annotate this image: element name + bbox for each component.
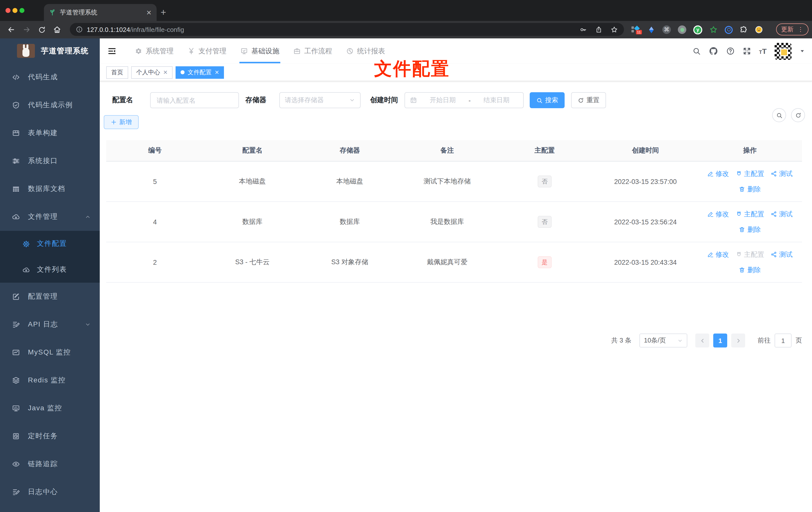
sidebar-item-redis-monitor[interactable]: Redis 监控 xyxy=(0,366,100,394)
table-search-toggle-button[interactable] xyxy=(772,108,786,122)
sidebar-item-label: 文件列表 xyxy=(37,265,67,274)
collapse-sidebar-icon[interactable] xyxy=(108,47,116,55)
forward-icon[interactable] xyxy=(23,25,31,34)
page-number-1[interactable]: 1 xyxy=(713,333,727,348)
search-button[interactable]: 搜索 xyxy=(530,92,564,108)
sidebar-item-scheduled-task[interactable]: 定时任务 xyxy=(0,422,100,450)
set-primary-button[interactable]: 主配置 xyxy=(735,210,764,219)
close-icon[interactable]: ✕ xyxy=(214,69,219,76)
edit-button[interactable]: 修改 xyxy=(707,250,729,259)
nav-item-system[interactable]: 系统管理 xyxy=(128,38,180,64)
browser-menu-dots-icon[interactable]: ⋮ xyxy=(798,26,804,33)
cell-storage: S3 对象存储 xyxy=(301,242,399,282)
tag-home[interactable]: 首页 xyxy=(106,66,128,79)
address-bar[interactable]: 127.0.0.1:1024/infra/file/file-config xyxy=(70,23,624,36)
sidebar-item-label: Redis 监控 xyxy=(28,376,66,385)
col-header-actions: 操作 xyxy=(698,140,802,161)
page-size-select[interactable]: 10条/页 xyxy=(639,333,687,348)
sidebar-item-db-doc[interactable]: 数据库文档 xyxy=(0,175,100,203)
sidebar-item-file-list[interactable]: 文件列表 xyxy=(0,257,100,283)
search-icon[interactable] xyxy=(692,47,700,55)
test-button[interactable]: 测试 xyxy=(771,210,792,219)
reset-button[interactable]: 重置 xyxy=(571,92,606,108)
sidebar-item-config-manage[interactable]: 配置管理 xyxy=(0,283,100,310)
calendar-icon xyxy=(410,97,417,104)
back-icon[interactable] xyxy=(7,25,16,34)
extension-y-icon[interactable]: y xyxy=(693,25,702,34)
extension-recorder-icon[interactable] xyxy=(678,25,686,34)
close-icon[interactable]: ✕ xyxy=(163,69,168,76)
date-start-placeholder[interactable]: 开始日期 xyxy=(421,96,465,105)
sidebar-item-log-center[interactable]: 日志中心 xyxy=(0,478,100,506)
caret-down-icon[interactable] xyxy=(800,48,805,54)
extension-emoji-icon[interactable] xyxy=(755,25,763,34)
cell-remark: 戴佩妮真可爱 xyxy=(399,242,496,282)
sidebar-item-trace[interactable]: 链路追踪 xyxy=(0,450,100,478)
sidebar-item-api-log[interactable]: API 日志 xyxy=(0,310,100,338)
window-close-button[interactable] xyxy=(5,8,10,13)
window-zoom-button[interactable] xyxy=(20,8,24,13)
reload-icon[interactable] xyxy=(38,26,46,34)
reset-button-label: 重置 xyxy=(586,96,600,105)
sidebar-item-code-demo[interactable]: 代码生成示例 xyxy=(0,91,100,119)
extension-kite-icon[interactable] xyxy=(647,26,656,34)
chevron-up-icon xyxy=(85,214,91,220)
password-key-icon[interactable] xyxy=(580,26,587,33)
nav-item-payment[interactable]: 支付管理 xyxy=(180,38,233,64)
fullscreen-icon[interactable] xyxy=(743,47,751,55)
storage-select[interactable]: 请选择存储器 xyxy=(279,92,360,108)
site-info-icon[interactable] xyxy=(76,26,83,33)
config-name-input[interactable] xyxy=(150,92,239,108)
share-icon[interactable] xyxy=(595,26,603,33)
goto-page-input[interactable] xyxy=(775,333,791,348)
new-tab-button[interactable]: + xyxy=(161,6,166,19)
home-icon[interactable] xyxy=(53,25,61,34)
extension-star-icon[interactable] xyxy=(709,25,718,34)
date-range-picker[interactable]: 开始日期 - 结束日期 xyxy=(405,92,524,108)
bookmark-star-icon[interactable] xyxy=(610,26,618,33)
github-icon[interactable] xyxy=(708,47,718,56)
sidebar-item-java-monitor[interactable]: Java 监控 xyxy=(0,394,100,422)
share-nodes-icon xyxy=(771,171,777,177)
help-icon[interactable] xyxy=(726,47,734,55)
test-button[interactable]: 测试 xyxy=(771,169,792,178)
edit-button[interactable]: 修改 xyxy=(707,210,729,219)
tab-title: 芋道管理系统 xyxy=(60,8,146,17)
sidebar-item-label: MySQL 监控 xyxy=(28,348,71,357)
edit-button[interactable]: 修改 xyxy=(707,169,729,178)
tab-close-icon[interactable]: ✕ xyxy=(146,9,152,16)
delete-button[interactable]: 删除 xyxy=(739,266,761,274)
delete-button[interactable]: 删除 xyxy=(739,185,761,194)
nav-item-infra[interactable]: 基础设施 xyxy=(233,38,286,64)
primary-status-badge: 否 xyxy=(538,176,552,187)
delete-button[interactable]: 删除 xyxy=(739,225,761,234)
set-primary-button[interactable]: 主配置 xyxy=(735,169,764,178)
test-button[interactable]: 测试 xyxy=(771,250,792,259)
extension-command-icon[interactable]: ⌘ xyxy=(662,25,671,34)
font-size-icon[interactable]: TT xyxy=(759,47,766,55)
sidebar-item-label: 文件管理 xyxy=(28,212,58,221)
sidebar-item-form-builder[interactable]: 表单构建 xyxy=(0,119,100,147)
table-refresh-button[interactable] xyxy=(791,108,805,122)
prev-page-button[interactable] xyxy=(695,333,709,348)
sidebar-item-file-config[interactable]: 文件配置 xyxy=(0,231,100,257)
extension-pin-icon[interactable]: 11 xyxy=(632,25,640,34)
window-minimize-button[interactable] xyxy=(12,8,18,13)
tag-file-config[interactable]: 文件配置✕ xyxy=(176,66,224,79)
sidebar-item-file-manage[interactable]: 文件管理 xyxy=(0,203,100,231)
sidebar-item-mysql-monitor[interactable]: MySQL 监控 xyxy=(0,338,100,366)
add-button[interactable]: 新增 xyxy=(104,115,139,129)
extension-eye-icon[interactable] xyxy=(725,26,733,34)
sidebar-item-code-gen[interactable]: 代码生成 xyxy=(0,63,100,91)
tag-profile[interactable]: 个人中心✕ xyxy=(131,66,173,79)
app-logo[interactable]: 芋道管理系统 xyxy=(0,38,100,63)
extensions-puzzle-icon[interactable] xyxy=(740,26,748,34)
browser-tab[interactable]: 芋道管理系统 ✕ xyxy=(44,4,156,21)
user-avatar[interactable] xyxy=(775,42,791,60)
date-end-placeholder[interactable]: 结束日期 xyxy=(474,96,518,105)
sidebar-item-system-api[interactable]: 系统接口 xyxy=(0,147,100,175)
next-page-button[interactable] xyxy=(731,333,745,348)
screen: 芋道管理系统 ✕ + 127.0.0.1:1024/infra/file/fil… xyxy=(0,0,812,512)
nav-item-workflow[interactable]: 工作流程 xyxy=(286,38,339,64)
browser-update-button[interactable]: 更新 ⋮ xyxy=(776,24,809,35)
